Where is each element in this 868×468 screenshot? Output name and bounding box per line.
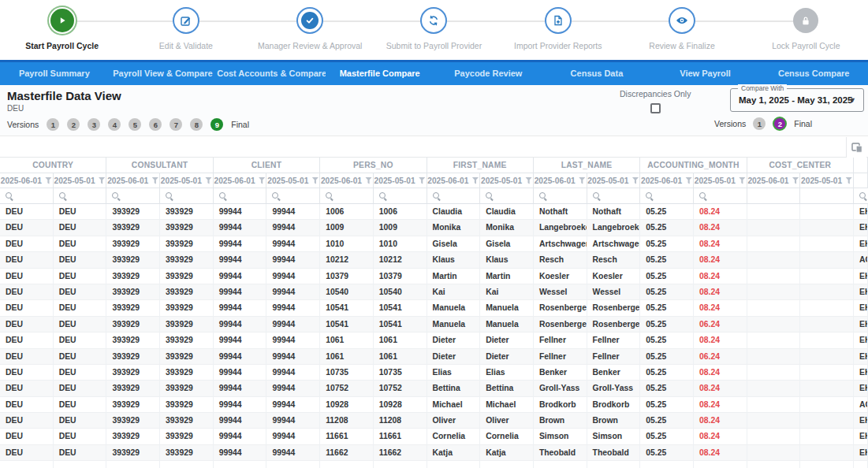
version-badge-1[interactable]: 1 (47, 118, 59, 131)
filter-funnel-icon[interactable] (259, 177, 266, 184)
column-header-accounting-month-2025-05-01[interactable]: 2025-05-01 (694, 173, 747, 188)
table-row-2[interactable]: DEUDEU393929393929999449994410091009Moni… (0, 220, 868, 236)
version-badge-5[interactable]: 5 (129, 118, 141, 131)
filter-funnel-icon[interactable] (792, 177, 799, 184)
table-row-13[interactable]: DEUDEU39392939392999944999441092810928Mi… (0, 397, 868, 413)
table-row-4[interactable]: DEUDEU39392939392999944999441021210212Kl… (0, 252, 868, 268)
column-chooser-button[interactable] (846, 137, 866, 158)
column-header-accounting-month-2025-06-01[interactable]: 2025-06-01 (640, 173, 694, 188)
search-cell-9[interactable] (480, 188, 534, 204)
table-row-3[interactable]: DEUDEU393929393929999449994410101010Gise… (0, 236, 868, 252)
table-row-1[interactable]: DEUDEU393929393929999449994410061006Clau… (0, 204, 868, 220)
filter-funnel-icon[interactable] (365, 177, 372, 184)
version-badge-2-selected[interactable]: 2 (773, 117, 787, 131)
search-cell-11[interactable] (587, 188, 641, 204)
search-cell-16[interactable] (854, 188, 868, 204)
column-header-first-name-2025-05-01[interactable]: 2025-05-01 (480, 173, 534, 188)
version-badge-6[interactable]: 6 (149, 118, 162, 131)
filter-funnel-icon[interactable] (685, 177, 692, 184)
column-header-cost-center-2025-05-01[interactable]: 2025-05-01 (800, 173, 854, 188)
search-cell-2[interactable] (106, 188, 160, 204)
table-row-8[interactable]: DEUDEU39392939392999944999441054110541Ma… (0, 317, 868, 332)
column-header-country-2025-05-01[interactable]: 2025-05-01 (54, 173, 107, 188)
search-cell-14[interactable] (747, 188, 801, 204)
column-header-consultant-2025-06-01[interactable]: 2025-06-01 (106, 173, 160, 188)
tab-view-payroll[interactable]: View Payroll (651, 62, 760, 85)
search-cell-3[interactable] (160, 188, 214, 204)
version-badge-3[interactable]: 3 (88, 118, 100, 131)
table-row-12[interactable]: DEUDEU39392939392999944999441075210752Be… (0, 381, 868, 396)
filter-funnel-icon[interactable] (471, 177, 479, 184)
table-row-10[interactable]: DEUDEU393929393929999449994410611061Diet… (0, 349, 868, 365)
edit-icon[interactable] (173, 7, 199, 34)
column-header-country-2025-06-01[interactable]: 2025-06-01 (0, 173, 54, 188)
search-cell-5[interactable] (266, 188, 320, 204)
step-review-finalize[interactable]: Review & Finalize (620, 0, 743, 60)
group-header-last-name[interactable]: LAST_NAME (534, 158, 640, 173)
group-header-cost-center[interactable]: COST_CENTER (747, 158, 854, 173)
table-row-5[interactable]: DEUDEU39392939392999944999441037910379Ma… (0, 269, 868, 284)
tab-masterfile-compare[interactable]: Masterfile Compare (326, 62, 434, 85)
column-header-cost-center-2025-06-01[interactable]: 2025-06-01 (747, 173, 801, 188)
column-header-pers-no-2025-06-01[interactable]: 2025-06-01 (320, 173, 374, 188)
search-cell-12[interactable] (640, 188, 694, 204)
column-header-first-name-2025-06-01[interactable]: 2025-06-01 (427, 173, 481, 188)
table-row-6[interactable]: DEUDEU39392939392999944999441054010540Ka… (0, 284, 868, 300)
search-cell-15[interactable] (800, 188, 854, 204)
play-icon[interactable] (50, 9, 74, 32)
table-row-9[interactable]: DEUDEU393929393929999449994410611061Diet… (0, 332, 868, 348)
filter-funnel-icon[interactable] (311, 177, 319, 184)
tab-paycode-review[interactable]: Paycode Review (434, 62, 543, 85)
search-cell-4[interactable] (214, 188, 267, 204)
search-cell-6[interactable] (320, 188, 374, 204)
discrepancies-checkbox[interactable] (650, 103, 661, 113)
step-edit-validate[interactable]: Edit & Validate (124, 0, 248, 60)
version-badge-1[interactable]: 1 (753, 117, 766, 130)
tab-census-compare[interactable]: Census Compare (759, 62, 868, 85)
filter-funnel-icon[interactable] (579, 177, 586, 184)
search-cell-0[interactable] (0, 188, 54, 204)
column-header-last-name-2025-05-01[interactable]: 2025-05-01 (587, 173, 641, 188)
column-header-client-2025-05-01[interactable]: 2025-05-01 (266, 173, 320, 188)
version-badge-8[interactable]: 8 (190, 118, 203, 131)
filter-funnel-icon[interactable] (739, 177, 746, 184)
filter-funnel-icon[interactable] (45, 177, 52, 184)
tab-cost-accounts-compare[interactable]: Cost Accounts & Compare (217, 62, 326, 85)
group-header-pers-no[interactable]: PERS_NO (320, 158, 427, 173)
column-header-pers-no-2025-05-01[interactable]: 2025-05-01 (374, 173, 427, 188)
filter-funnel-icon[interactable] (99, 177, 106, 184)
group-header-first-name[interactable]: FIRST_NAME (427, 158, 534, 173)
group-header-country[interactable]: COUNTRY (0, 158, 106, 173)
eye-icon[interactable] (669, 7, 695, 34)
search-cell-10[interactable] (534, 188, 587, 204)
version-badge-7[interactable]: 7 (170, 118, 182, 131)
step-import-provider-reports[interactable]: Import Provider Reports (496, 0, 620, 60)
column-header-client-2025-06-01[interactable]: 2025-06-01 (214, 173, 267, 188)
search-cell-1[interactable] (54, 188, 107, 204)
chevron-down-icon[interactable]: ▼ (849, 89, 856, 112)
filter-funnel-icon[interactable] (205, 177, 212, 184)
table-row-15[interactable]: DEUDEU39392939392999944999441166111661Co… (0, 429, 868, 444)
filter-funnel-icon[interactable] (845, 177, 852, 184)
table-row-14[interactable]: DEUDEU39392939392999944999441120811208Ol… (0, 413, 868, 429)
group-header-consultant[interactable]: CONSULTANT (106, 158, 213, 173)
filter-funnel-icon[interactable] (151, 177, 158, 184)
check-icon[interactable] (296, 7, 323, 34)
search-cell-13[interactable] (694, 188, 747, 204)
column-header-last-name-2025-06-01[interactable]: 2025-06-01 (534, 173, 587, 188)
version-badge-4[interactable]: 4 (108, 118, 121, 131)
step-lock-payroll-cycle[interactable]: Lock Payroll Cycle (744, 0, 868, 60)
table-row-11[interactable]: DEUDEU39392939392999944999441073510735El… (0, 365, 868, 381)
tab-payroll-view-compare[interactable]: Payroll View & Compare (109, 62, 218, 85)
step-start-payroll-cycle[interactable]: Start Payroll Cycle (0, 0, 124, 60)
filter-funnel-icon[interactable] (525, 177, 532, 184)
filter-funnel-icon[interactable] (419, 177, 426, 184)
table-row-7[interactable]: DEUDEU39392939392999944999441054110541Ma… (0, 300, 868, 316)
compare-with-select[interactable]: Compare With May 1, 2025 - May 31, 2025 … (730, 88, 864, 112)
table-row-16[interactable]: DEUDEU39392939392999944999441166211662Ka… (0, 445, 868, 461)
group-header-accounting-month[interactable]: ACCOUNTING_MONTH (640, 158, 747, 173)
tab-census-data[interactable]: Census Data (542, 62, 651, 85)
group-header-client[interactable]: CLIENT (214, 158, 320, 173)
step-submit-to-payroll-provider[interactable]: Submit to Payroll Provider (372, 0, 496, 60)
search-cell-7[interactable] (374, 188, 427, 204)
